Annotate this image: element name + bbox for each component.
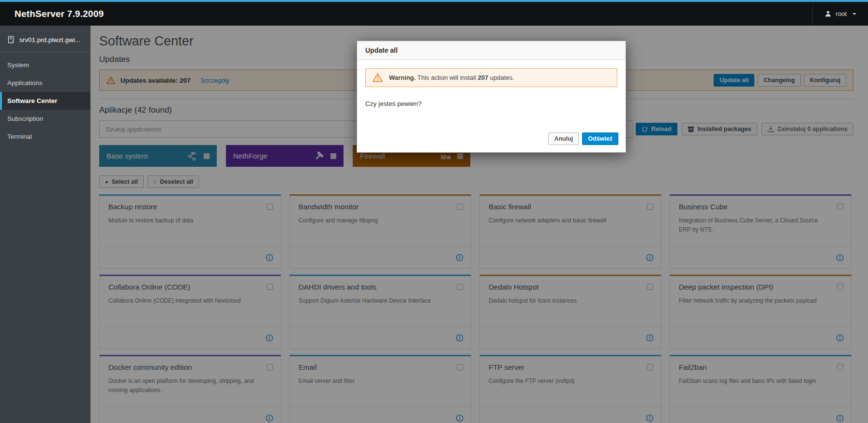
sidebar-item[interactable]: System (0, 56, 90, 74)
sidebar-item-label: Applications (7, 79, 43, 87)
top-bar: NethServer 7.9.2009 root (0, 0, 868, 26)
user-icon (824, 10, 832, 17)
cancel-button[interactable]: Anuluj (548, 132, 579, 145)
warning-triangle-icon (373, 73, 383, 82)
modal-warning-alert: Warning. This action will install 207 up… (365, 68, 617, 87)
user-name: root (836, 10, 847, 17)
sidebar-item[interactable]: Subscription (0, 110, 90, 128)
sidebar: srv01.prd.plwzt.gwi... System Applicatio… (0, 26, 90, 423)
sidebar-item-label: Software Center (7, 97, 58, 104)
warning-label: Warning. (389, 74, 416, 81)
sidebar-item[interactable]: Terminal (0, 128, 90, 146)
brand-title: NethServer 7.9.2009 (15, 9, 104, 19)
sidebar-item-label: Subscription (7, 115, 43, 122)
sidebar-item-label: System (7, 61, 29, 69)
sidebar-item[interactable]: Software Center (0, 92, 90, 110)
update-all-modal: Update all Warning. This action will ins… (357, 41, 626, 153)
user-menu[interactable]: root (812, 2, 868, 26)
server-icon (7, 36, 15, 44)
sidebar-item-label: Terminal (7, 133, 32, 140)
sidebar-hostname[interactable]: srv01.prd.plwzt.gwi... (0, 26, 90, 52)
sidebar-nav: System Applications Software Center Subs… (0, 52, 90, 146)
hostname-label: srv01.prd.plwzt.gwi... (19, 36, 80, 44)
modal-question: Czy jesteś pewien? (365, 100, 617, 107)
confirm-button[interactable]: Odśwież (582, 132, 618, 145)
caret-down-icon (853, 13, 856, 15)
modal-title: Update all (357, 41, 626, 60)
sidebar-item[interactable]: Applications (0, 74, 90, 92)
